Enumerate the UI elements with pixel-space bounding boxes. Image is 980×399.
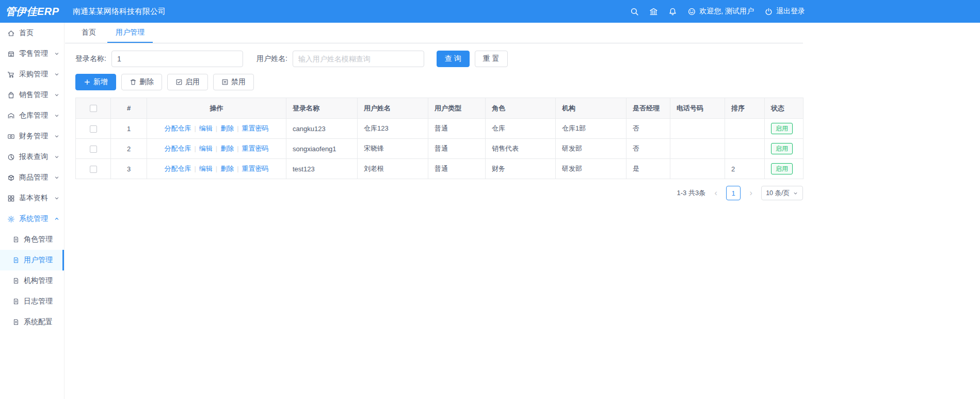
sidebar-item-warehouse[interactable]: 仓库管理: [0, 105, 64, 126]
content: 登录名称: 用户姓名: 查 询 重 置 新增 删除 启用 禁用: [65, 43, 803, 200]
add-button[interactable]: 新增: [75, 74, 116, 90]
action-separator: |: [237, 165, 238, 172]
bell-icon[interactable]: [668, 7, 677, 16]
sidebar-item-system[interactable]: 系统管理: [0, 209, 64, 229]
welcome-user[interactable]: 欢迎您, 测试用户: [687, 7, 754, 16]
cell-checkbox: [76, 159, 111, 179]
table-row: 3 分配仓库|编辑|删除|重置密码 test123 刘老根 普通 财务 研发部 …: [76, 159, 804, 179]
home-bank-icon[interactable]: [649, 7, 658, 16]
main-area: 首页 用户管理 登录名称: 用户姓名: 查 询 重 置 新增 删除 启用: [65, 23, 803, 399]
users-table-wrap: # 操作 登录名称 用户姓名 用户类型 角色 机构 是否经理 电话号码 排序 状…: [75, 98, 803, 179]
sidebar-item-label: 仓库管理: [19, 111, 48, 120]
action-delete[interactable]: 删除: [220, 165, 234, 172]
chevron-down-icon: [54, 195, 60, 201]
cell-sort: [725, 139, 765, 159]
action-edit[interactable]: 编辑: [199, 145, 213, 152]
enable-button-label: 启用: [185, 77, 200, 87]
action-assign-warehouse[interactable]: 分配仓库: [164, 165, 191, 172]
enable-button[interactable]: 启用: [167, 74, 208, 90]
cell-phone: [670, 139, 725, 159]
row-checkbox[interactable]: [90, 146, 97, 153]
sidebar-item-basic-data[interactable]: 基本资料: [0, 188, 64, 209]
cell-type: 普通: [428, 159, 486, 179]
col-header-actions: 操作: [147, 98, 286, 119]
sidebar-item-goods[interactable]: 商品管理: [0, 167, 64, 188]
col-header-manager: 是否经理: [626, 98, 670, 119]
cell-status: 启用: [765, 119, 804, 139]
sidebar-item-label: 系统配置: [24, 317, 53, 327]
search-icon[interactable]: [630, 7, 639, 16]
row-checkbox[interactable]: [90, 166, 97, 173]
toolbar: 新增 删除 启用 禁用: [75, 74, 803, 90]
sidebar-item-home[interactable]: 首页: [0, 23, 64, 43]
sidebar-item-retail[interactable]: 零售管理: [0, 43, 64, 64]
x-square-icon: [221, 78, 229, 86]
current-page-button[interactable]: 1: [726, 186, 741, 200]
row-checkbox[interactable]: [90, 125, 97, 133]
sidebar: 首页 零售管理 采购管理 销售管理 仓库管理 财务管理 报表查询 商品管理 基本…: [0, 23, 65, 399]
action-edit[interactable]: 编辑: [199, 124, 213, 132]
chevron-down-icon: [793, 190, 798, 196]
tab-home[interactable]: 首页: [73, 23, 104, 43]
cell-name: 刘老根: [358, 159, 428, 179]
sidebar-item-reports[interactable]: 报表查询: [0, 147, 64, 167]
cell-phone: [670, 159, 725, 179]
sidebar-item-sales[interactable]: 销售管理: [0, 85, 64, 105]
user-name-label: 用户姓名:: [256, 54, 287, 63]
cell-role: 财务: [486, 159, 556, 179]
next-page-button[interactable]: ›: [745, 186, 757, 200]
trash-icon: [130, 78, 137, 86]
cell-login: songxiaofeng1: [286, 139, 358, 159]
disable-button[interactable]: 禁用: [213, 74, 254, 90]
row-actions: 分配仓库|编辑|删除|重置密码: [147, 139, 286, 159]
plus-icon: [84, 78, 91, 86]
search-form: 登录名称: 用户姓名: 查 询 重 置: [75, 51, 803, 67]
cell-status: 启用: [765, 139, 804, 159]
sidebar-item-user-mgmt[interactable]: 用户管理: [0, 250, 64, 270]
col-header-login: 登录名称: [286, 98, 358, 119]
status-badge: 启用: [771, 163, 793, 174]
topbar-right: 欢迎您, 测试用户 退出登录: [630, 7, 805, 16]
topbar: 管伊佳ERP 南通某某网络科技有限公司 欢迎您, 测试用户 退出登录: [0, 0, 980, 23]
delete-button[interactable]: 删除: [121, 74, 162, 90]
prev-page-button[interactable]: ‹: [710, 186, 722, 200]
cell-manager: 否: [626, 139, 670, 159]
sidebar-item-label: 销售管理: [19, 90, 48, 100]
action-reset-password[interactable]: 重置密码: [242, 165, 269, 172]
gear-icon: [7, 215, 15, 223]
sidebar-item-label: 商品管理: [19, 173, 48, 182]
user-name-input[interactable]: [293, 51, 424, 67]
sidebar-item-finance[interactable]: 财务管理: [0, 126, 64, 147]
page-size-select[interactable]: 10 条/页: [761, 186, 803, 200]
select-all-checkbox[interactable]: [90, 105, 97, 112]
action-delete[interactable]: 删除: [220, 145, 234, 152]
sidebar-item-label: 机构管理: [24, 276, 53, 285]
action-assign-warehouse[interactable]: 分配仓库: [164, 145, 191, 152]
col-header-index: #: [111, 98, 147, 119]
action-reset-password[interactable]: 重置密码: [242, 124, 269, 132]
login-name-label: 登录名称:: [75, 54, 106, 63]
sidebar-item-label: 日志管理: [24, 297, 53, 306]
action-edit[interactable]: 编辑: [199, 165, 213, 172]
sidebar-item-org-mgmt[interactable]: 机构管理: [0, 270, 64, 291]
action-assign-warehouse[interactable]: 分配仓库: [164, 124, 191, 132]
sidebar-item-log-mgmt[interactable]: 日志管理: [0, 291, 64, 312]
sidebar-item-system-config[interactable]: 系统配置: [0, 312, 64, 332]
action-reset-password[interactable]: 重置密码: [242, 145, 269, 152]
home-icon: [7, 29, 15, 37]
tab-user-management[interactable]: 用户管理: [107, 23, 153, 43]
reset-button[interactable]: 重 置: [475, 51, 508, 67]
cell-index: 1: [111, 119, 147, 139]
action-delete[interactable]: 删除: [220, 124, 234, 132]
sidebar-item-purchase[interactable]: 采购管理: [0, 64, 64, 85]
logout-button[interactable]: 退出登录: [764, 7, 805, 16]
chevron-down-icon: [54, 113, 60, 119]
sidebar-item-label: 基本资料: [19, 194, 48, 203]
sidebar-item-role-mgmt[interactable]: 角色管理: [0, 229, 64, 250]
document-icon: [12, 318, 20, 326]
query-button[interactable]: 查 询: [437, 51, 470, 67]
cell-name: 宋晓锋: [358, 139, 428, 159]
cell-role: 仓库: [486, 119, 556, 139]
cell-login: test123: [286, 159, 358, 179]
login-name-input[interactable]: [111, 51, 243, 67]
